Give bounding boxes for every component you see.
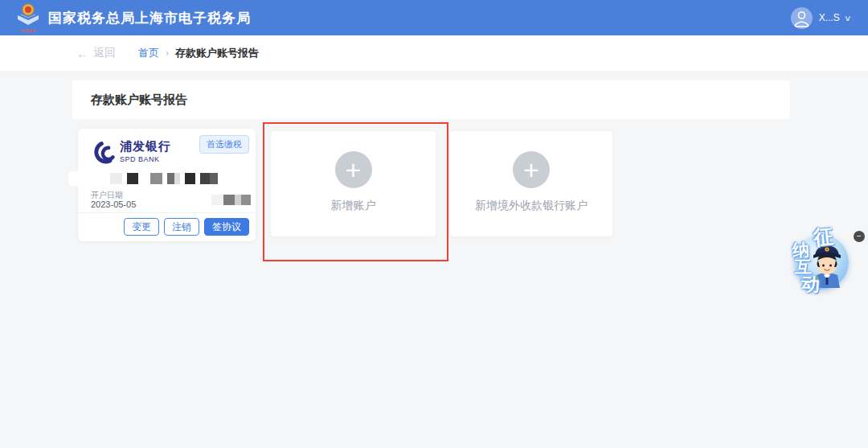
back-button[interactable]: ← 返回 [76, 46, 116, 60]
preferred-tax-badge: 首选缴税 [199, 135, 249, 154]
tax-bureau-emblem-icon: 中国税务 [16, 3, 40, 32]
page-title-strip: 存款账户账号报告 [72, 80, 790, 119]
breadcrumb-bar: ← 返回 首页 › 存款账户账号报告 [0, 35, 868, 72]
emblem-caption: 中国税务 [16, 29, 40, 33]
minus-icon: − [857, 232, 862, 240]
user-menu[interactable]: X...S ∨ [791, 0, 850, 35]
username: X...S [819, 12, 840, 23]
masked-account-info [78, 195, 256, 205]
breadcrumb-current: 存款账户账号报告 [175, 46, 259, 60]
assistant-char-dong: 动 [800, 271, 821, 298]
back-label: 返回 [93, 46, 116, 60]
back-arrow-icon: ← [76, 47, 88, 60]
breadcrumb-separator: › [166, 47, 169, 59]
add-overseas-account-label: 新增境外收款银行账户 [475, 199, 588, 213]
bank-name: 浦发银行 [120, 139, 171, 154]
collapse-assistant-button[interactable]: − [854, 231, 865, 242]
add-overseas-account-card[interactable]: + 新增境外收款银行账户 [450, 131, 612, 236]
masked-account-number [78, 173, 256, 184]
spd-bank-logo-icon [91, 141, 117, 165]
breadcrumb-home[interactable]: 首页 [138, 46, 159, 60]
divider [78, 212, 256, 213]
cancel-account-button[interactable]: 注销 [164, 218, 199, 236]
plus-icon: + [513, 151, 550, 188]
add-account-card[interactable]: + 新增账户 [271, 131, 436, 236]
bank-logo: 浦发银行 SPD BANK [91, 139, 171, 165]
assistant-char-zheng: 征 [812, 223, 834, 251]
app-title: 国家税务总局上海市电子税务局 [48, 9, 251, 27]
plus-icon: + [335, 151, 372, 188]
avatar[interactable] [791, 7, 813, 29]
add-account-label: 新增账户 [331, 199, 376, 213]
sign-agreement-button[interactable]: 签协议 [204, 218, 249, 236]
change-button[interactable]: 变更 [124, 218, 159, 236]
app-header: 中国税务 国家税务总局上海市电子税务局 X...S ∨ [0, 0, 868, 35]
page-title: 存款账户账号报告 [91, 92, 187, 108]
bank-name-en: SPD BANK [120, 155, 171, 163]
bank-account-card: 浦发银行 SPD BANK 首选缴税 开户日期 2023-05-05 变更 注销… [78, 129, 256, 241]
chevron-down-icon[interactable]: ∨ [844, 14, 852, 23]
